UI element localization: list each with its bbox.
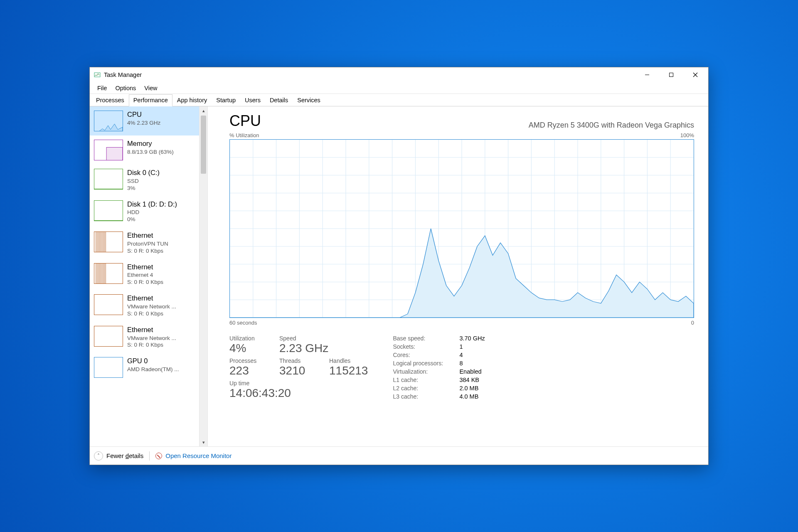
sidebar-thumb-icon [94,111,123,131]
tab-users[interactable]: Users [240,94,265,106]
handles-value: 115213 [329,364,368,377]
tabbar: Processes Performance App history Startu… [90,94,708,106]
sidebar-item-gpu-0-8[interactable]: GPU 0 AMD Radeon(TM) ... [90,353,199,382]
sidebar-thumb-icon [94,232,123,252]
sidebar-item-subtitle: AMD Radeon(TM) ... [127,366,179,373]
tab-app-history[interactable]: App history [172,94,212,106]
stat-key-0: Base speed: [393,335,459,342]
maximize-button[interactable] [659,67,683,82]
app-icon [94,71,101,78]
sidebar-item-ethernet-6[interactable]: Ethernet VMware Network ... S: 0 R: 0 Kb… [90,290,199,322]
speed-value: 2.23 GHz [279,342,328,355]
close-button[interactable] [683,67,707,82]
cpu-model: AMD Ryzen 5 3400G with Radeon Vega Graph… [529,121,694,130]
stat-key-3: Logical processors: [393,360,459,367]
scroll-up-icon[interactable]: ▴ [200,106,207,115]
sidebar-scrollbar[interactable]: ▴ ▾ [199,106,207,446]
stat-val-0: 3.70 GHz [459,335,517,342]
sidebar-thumb-icon [94,140,123,160]
sidebar-item-title: Ethernet [127,263,163,271]
main-panel: CPU AMD Ryzen 5 3400G with Radeon Vega G… [208,106,708,446]
tab-details[interactable]: Details [265,94,293,106]
task-manager-window: Task Manager File Options View Processes… [89,67,709,465]
stat-val-7: 4.0 MB [459,393,517,400]
stat-key-5: L1 cache: [393,377,459,383]
stat-key-2: Cores: [393,352,459,358]
menu-file[interactable]: File [93,84,111,92]
chart-y-max: 100% [680,132,694,138]
stat-key-4: Virtualization: [393,368,459,375]
sidebar-item-disk-0-c--2[interactable]: Disk 0 (C:) SSD 3% [90,165,199,196]
sidebar-item-subtitle: 4% 2.23 GHz [127,120,160,127]
svg-rect-2 [670,73,673,77]
sidebar-item-title: Ethernet [127,232,168,240]
menu-options[interactable]: Options [111,84,140,92]
sidebar-thumb-icon [94,169,123,190]
stat-val-5: 384 KB [459,377,517,383]
stat-val-6: 2.0 MB [459,385,517,392]
sidebar-item-subtitle: Ethernet 4 S: 0 R: 0 Kbps [127,272,163,286]
sidebar-item-title: Ethernet [127,326,176,334]
stat-key-1: Sockets: [393,343,459,350]
chevron-up-icon[interactable]: ˄ [94,451,103,461]
sidebar-item-title: Ethernet [127,294,176,303]
sidebar-item-title: CPU [127,111,160,119]
resource-monitor-icon [155,453,162,459]
tab-performance[interactable]: Performance [129,94,172,106]
tab-startup[interactable]: Startup [212,94,240,106]
threads-label: Threads [279,357,313,364]
stat-val-2: 4 [459,352,517,358]
scroll-down-icon[interactable]: ▾ [200,438,207,446]
content: CPU 4% 2.23 GHz Memory 8.8/13.9 GB (63%)… [90,106,708,446]
sidebar-item-subtitle: SSD 3% [127,178,160,192]
fewer-details-button[interactable]: Fewer details [106,452,143,459]
sidebar-item-subtitle: VMware Network ... S: 0 R: 0 Kbps [127,335,176,349]
sidebar: CPU 4% 2.23 GHz Memory 8.8/13.9 GB (63%)… [90,106,208,446]
handles-label: Handles [329,357,368,364]
sidebar-item-subtitle: VMware Network ... S: 0 R: 0 Kbps [127,303,176,318]
sidebar-thumb-icon [94,294,123,315]
sidebar-item-disk-1-d-d-d--3[interactable]: Disk 1 (D: D: D:) HDD 0% [90,196,199,228]
sidebar-thumb-icon [94,357,123,378]
sidebar-item-subtitle: HDD 0% [127,209,177,223]
window-title: Task Manager [104,71,142,78]
tab-services[interactable]: Services [293,94,325,106]
sidebar-item-ethernet-5[interactable]: Ethernet Ethernet 4 S: 0 R: 0 Kbps [90,259,199,291]
menu-view[interactable]: View [140,84,161,92]
tab-processes[interactable]: Processes [91,94,129,106]
sidebar-thumb-icon [94,263,123,284]
processes-value: 223 [229,364,263,377]
sidebar-item-ethernet-4[interactable]: Ethernet ProtonVPN TUN S: 0 R: 0 Kbps [90,227,199,259]
utilization-value: 4% [229,342,263,355]
stats: Utilization 4% Speed 2.23 GHz Processes … [229,335,694,402]
sidebar-item-title: Disk 0 (C:) [127,169,160,177]
separator [149,451,150,461]
sidebar-item-title: GPU 0 [127,357,179,365]
page-title: CPU [229,112,261,130]
stat-key-7: L3 cache: [393,393,459,400]
threads-value: 3210 [279,364,313,377]
sidebar-item-title: Disk 1 (D: D: D:) [127,200,177,209]
titlebar[interactable]: Task Manager [90,67,708,82]
sidebar-thumb-icon [94,200,123,221]
sidebar-item-title: Memory [127,140,174,148]
processes-label: Processes [229,357,263,364]
chart-x-left: 60 seconds [229,320,257,326]
sidebar-thumb-icon [94,326,123,347]
stat-val-4: Enabled [459,368,517,375]
utilization-label: Utilization [229,335,263,342]
stat-key-6: L2 cache: [393,385,459,392]
menubar: File Options View [90,82,708,94]
uptime-label: Up time [229,380,368,387]
sidebar-item-cpu-0[interactable]: CPU 4% 2.23 GHz [90,106,199,135]
open-resource-monitor-link[interactable]: Open Resource Monitor [165,452,232,459]
minimize-button[interactable] [635,67,659,82]
chart-y-label: % Utilization [229,132,259,138]
sidebar-item-subtitle: ProtonVPN TUN S: 0 R: 0 Kbps [127,241,168,255]
sidebar-item-memory-1[interactable]: Memory 8.8/13.9 GB (63%) [90,135,199,165]
scroll-thumb[interactable] [201,116,206,174]
svg-rect-5 [106,147,123,160]
sidebar-item-ethernet-7[interactable]: Ethernet VMware Network ... S: 0 R: 0 Kb… [90,322,199,353]
stat-val-3: 8 [459,360,517,367]
statusbar: ˄ Fewer details Open Resource Monitor [90,446,708,465]
